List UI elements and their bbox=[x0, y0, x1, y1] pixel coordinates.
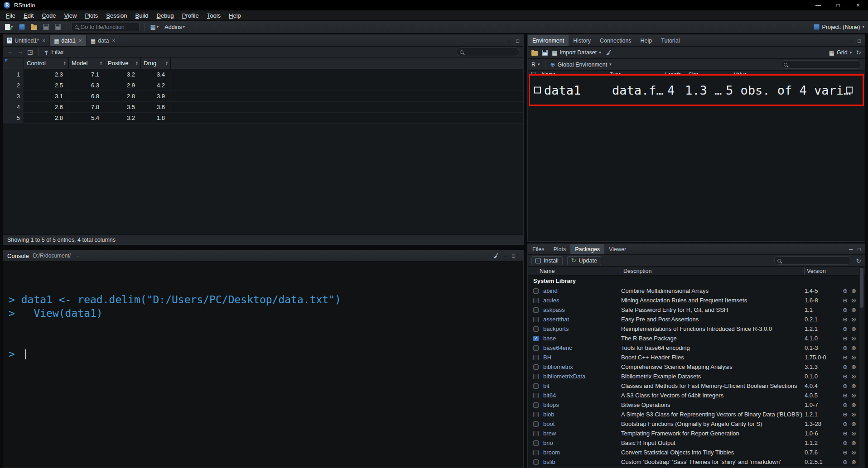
pane-minimize-icon[interactable]: ─ bbox=[849, 247, 853, 252]
open-file-button[interactable] bbox=[29, 23, 39, 31]
package-name-link[interactable]: arules bbox=[543, 297, 621, 304]
scrollbar-thumb[interactable] bbox=[860, 268, 863, 308]
environment-search-input[interactable] bbox=[790, 62, 858, 68]
package-name-link[interactable]: bit64 bbox=[543, 392, 621, 399]
package-remove-icon[interactable]: ⊗ bbox=[851, 430, 856, 437]
data-viewer-search-box[interactable] bbox=[457, 48, 519, 56]
package-name-link[interactable]: bitops bbox=[543, 401, 621, 408]
package-website-globe-icon[interactable]: ⊕ bbox=[843, 354, 848, 361]
package-name-link[interactable]: bit bbox=[543, 382, 621, 389]
close-tab-icon[interactable]: × bbox=[112, 38, 116, 44]
package-remove-icon[interactable]: ⊗ bbox=[851, 335, 856, 342]
package-website-globe-icon[interactable]: ⊕ bbox=[843, 316, 848, 323]
package-remove-icon[interactable]: ⊗ bbox=[851, 411, 856, 418]
package-name-link[interactable]: blob bbox=[543, 411, 621, 418]
package-website-globe-icon[interactable]: ⊕ bbox=[843, 401, 848, 408]
package-loaded-checkbox[interactable] bbox=[533, 288, 539, 294]
import-dataset-dropdown[interactable]: ▦ Import Dataset ▾ bbox=[552, 49, 601, 56]
package-remove-icon[interactable]: ⊗ bbox=[851, 373, 856, 380]
package-loaded-checkbox[interactable] bbox=[533, 402, 539, 408]
data-viewer-search-input[interactable] bbox=[466, 49, 516, 55]
package-website-globe-icon[interactable]: ⊕ bbox=[843, 373, 848, 380]
refresh-packages-icon[interactable]: ↻ bbox=[856, 258, 861, 264]
package-remove-icon[interactable]: ⊗ bbox=[851, 392, 856, 399]
panes-layout-button[interactable]: ▦ ▾ bbox=[149, 23, 160, 31]
package-website-globe-icon[interactable]: ⊕ bbox=[843, 363, 848, 370]
package-name-link[interactable]: bslib bbox=[543, 458, 621, 465]
forward-icon[interactable]: → bbox=[17, 48, 23, 55]
environment-tab[interactable]: Environment bbox=[528, 35, 569, 46]
clear-console-broom-icon[interactable] bbox=[492, 253, 499, 259]
packages-search-input[interactable] bbox=[783, 258, 848, 264]
pane-maximize-icon[interactable]: □ bbox=[858, 38, 861, 43]
pane-maximize-icon[interactable]: □ bbox=[512, 253, 515, 258]
source-tab[interactable]: Untitled1* × bbox=[3, 35, 50, 46]
menu-item[interactable]: View bbox=[60, 11, 81, 20]
package-remove-icon[interactable]: ⊗ bbox=[851, 458, 856, 465]
package-website-globe-icon[interactable]: ⊕ bbox=[843, 449, 848, 456]
package-remove-icon[interactable]: ⊗ bbox=[851, 325, 856, 332]
environment-tab[interactable]: Help bbox=[636, 35, 657, 46]
clear-environment-broom-icon[interactable] bbox=[605, 49, 612, 56]
menu-item[interactable]: Debug bbox=[153, 11, 178, 20]
package-loaded-checkbox[interactable] bbox=[533, 326, 539, 332]
new-project-button[interactable] bbox=[18, 23, 26, 31]
popout-icon[interactable]: ◳ bbox=[27, 49, 33, 55]
package-name-link[interactable]: brew bbox=[543, 430, 621, 437]
package-remove-icon[interactable]: ⊗ bbox=[851, 297, 856, 304]
menu-item[interactable]: Session bbox=[102, 11, 131, 20]
close-button[interactable]: × bbox=[848, 0, 868, 10]
package-name-link[interactable]: broom bbox=[543, 449, 621, 456]
package-remove-icon[interactable]: ⊗ bbox=[851, 354, 856, 361]
package-website-globe-icon[interactable]: ⊕ bbox=[843, 411, 848, 418]
menu-item[interactable]: Profile bbox=[178, 11, 203, 20]
package-website-globe-icon[interactable]: ⊕ bbox=[843, 458, 848, 465]
new-file-button[interactable]: ▾ bbox=[4, 23, 14, 31]
package-name-link[interactable]: bibliometrix bbox=[543, 363, 621, 370]
menu-item[interactable]: Help bbox=[225, 11, 245, 20]
package-loaded-checkbox[interactable] bbox=[533, 317, 539, 322]
package-loaded-checkbox[interactable] bbox=[533, 364, 539, 370]
package-remove-icon[interactable]: ⊗ bbox=[851, 287, 856, 294]
package-website-globe-icon[interactable]: ⊕ bbox=[843, 344, 848, 351]
global-environment-dropdown[interactable]: ⊕ Global Environment ▾ bbox=[550, 62, 612, 68]
environment-view-dropdown[interactable]: ▦ Grid ▾ bbox=[829, 49, 852, 56]
menu-item[interactable]: Edit bbox=[19, 11, 38, 20]
package-website-globe-icon[interactable]: ⊕ bbox=[843, 335, 848, 342]
package-name-link[interactable]: base bbox=[543, 335, 621, 342]
package-remove-icon[interactable]: ⊗ bbox=[851, 449, 856, 456]
environment-search-box[interactable] bbox=[781, 60, 861, 69]
package-name-link[interactable]: askpass bbox=[543, 306, 621, 313]
package-website-globe-icon[interactable]: ⊕ bbox=[843, 382, 848, 389]
menu-item[interactable]: Tools bbox=[203, 11, 225, 20]
package-remove-icon[interactable]: ⊗ bbox=[851, 363, 856, 370]
package-loaded-checkbox[interactable] bbox=[533, 421, 539, 427]
environment-tab[interactable]: Tutorial bbox=[656, 35, 684, 46]
packages-scrollbar[interactable] bbox=[859, 267, 864, 467]
package-loaded-checkbox[interactable] bbox=[533, 355, 539, 360]
package-remove-icon[interactable]: ⊗ bbox=[851, 316, 856, 323]
goto-file-function-input[interactable] bbox=[81, 24, 136, 30]
close-tab-icon[interactable]: × bbox=[79, 38, 82, 44]
sort-icons[interactable]: ▲▼ bbox=[63, 61, 66, 65]
goto-directory-icon[interactable]: → bbox=[75, 253, 80, 258]
package-website-globe-icon[interactable]: ⊕ bbox=[843, 287, 848, 294]
packages-tab[interactable]: Plots bbox=[549, 244, 570, 254]
save-workspace-icon[interactable] bbox=[542, 50, 548, 56]
package-website-globe-icon[interactable]: ⊕ bbox=[843, 420, 848, 427]
back-icon[interactable]: ← bbox=[7, 48, 13, 55]
package-remove-icon[interactable]: ⊗ bbox=[851, 420, 856, 427]
package-loaded-checkbox[interactable] bbox=[533, 450, 539, 455]
save-all-button[interactable] bbox=[53, 23, 62, 31]
package-name-link[interactable]: boot bbox=[543, 420, 621, 427]
package-loaded-checkbox[interactable] bbox=[533, 298, 539, 303]
addins-dropdown[interactable]: Addins ▾ bbox=[163, 23, 186, 31]
source-tab[interactable]: data1 × bbox=[50, 35, 87, 46]
package-name-link[interactable]: base64enc bbox=[543, 344, 621, 351]
package-loaded-checkbox[interactable] bbox=[533, 374, 539, 379]
pane-maximize-icon[interactable]: □ bbox=[858, 247, 861, 252]
menu-item[interactable]: Code bbox=[38, 11, 60, 20]
filter-button[interactable]: Filter bbox=[44, 49, 64, 55]
environment-tab[interactable]: Connections bbox=[595, 35, 636, 46]
pane-minimize-icon[interactable]: ─ bbox=[508, 38, 511, 43]
